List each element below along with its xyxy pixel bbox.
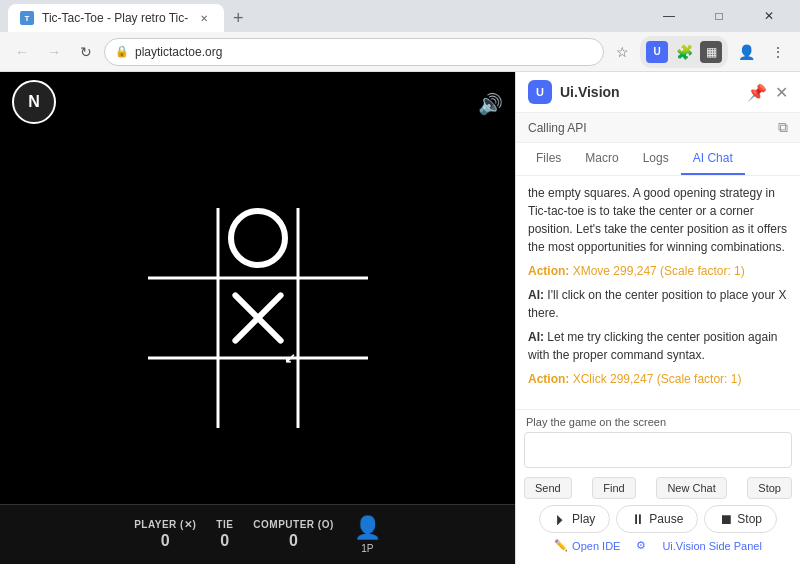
reload-button[interactable]: ↻ <box>72 38 100 66</box>
tab-bar: T Tic-Tac-Toe - Play retro Tic- ✕ + <box>8 0 252 32</box>
tie-label: TIE <box>216 519 233 530</box>
address-bar[interactable]: 🔒 playtictactoe.org <box>104 38 604 66</box>
open-ide-label: Open IDE <box>572 540 620 552</box>
cell-1-1[interactable]: ↙ <box>218 278 298 358</box>
ai-label-2: AI: <box>528 288 544 302</box>
ai-content-2: I'll click on the center position to pla… <box>528 288 786 320</box>
browser-frame: T Tic-Tac-Toe - Play retro Tic- ✕ + — □ … <box>0 0 800 564</box>
pause-label: Pause <box>649 512 683 526</box>
score-bar: PLAYER (✕) 0 TIE 0 COMPUTER (O) 0 👤 1P <box>0 504 515 564</box>
cell-o-top-center <box>228 208 288 268</box>
url-text: playtictactoe.org <box>135 45 593 59</box>
computer-label: COMPUTER (O) <box>253 519 333 530</box>
menu-icon[interactable]: ⋮ <box>764 38 792 66</box>
settings-link[interactable]: ⚙ <box>636 539 646 552</box>
calling-expand-icon[interactable]: ⧉ <box>778 119 788 136</box>
open-ide-link[interactable]: ✏️ Open IDE <box>554 539 620 552</box>
forward-button[interactable]: → <box>40 38 68 66</box>
tab-close-button[interactable]: ✕ <box>196 10 212 26</box>
pause-button[interactable]: ⏸ Pause <box>616 505 698 533</box>
computer-score-col: COMPUTER (O) 0 <box>253 519 333 550</box>
cell-0-0[interactable] <box>138 198 218 278</box>
stop-ctrl-button[interactable]: ⏹ Stop <box>704 505 777 533</box>
cell-2-2[interactable] <box>298 358 378 438</box>
action-content-4: XClick 299,247 (Scale factor: 1) <box>573 372 742 386</box>
player-score: 0 <box>161 532 170 550</box>
bottom-links: ✏️ Open IDE ⚙ Ui.Vision Side Panel <box>524 533 792 558</box>
input-area: Play the game on the screen Send Find Ne… <box>516 409 800 564</box>
stop-ctrl-icon: ⏹ <box>719 511 733 527</box>
input-label: Play the game on the screen <box>524 416 792 428</box>
game-top-bar: N 🔊 <box>0 72 515 132</box>
tab-macro[interactable]: Macro <box>573 143 630 175</box>
side-panel-label: Ui.Vision Side Panel <box>662 540 761 552</box>
panel-tabs: Files Macro Logs AI Chat <box>516 143 800 176</box>
maximize-button[interactable]: □ <box>696 2 742 30</box>
player-label: PLAYER (✕) <box>134 519 196 530</box>
ext-badge-icon[interactable]: ▦ <box>700 41 722 63</box>
chat-ai-3: AI: Let me try clicking the center posit… <box>528 328 788 364</box>
action-content-1: XMove 299,247 (Scale factor: 1) <box>573 264 745 278</box>
extension-group: U 🧩 ▦ <box>640 36 728 68</box>
control-buttons: ⏵ Play ⏸ Pause ⏹ Stop <box>524 505 792 533</box>
game-board[interactable]: ↙ <box>138 198 378 438</box>
pin-icon[interactable]: 📌 <box>747 83 767 102</box>
new-tab-button[interactable]: + <box>224 4 252 32</box>
tab-files[interactable]: Files <box>524 143 573 175</box>
side-panel: U Ui.Vision 📌 ✕ Calling API ⧉ Files Macr… <box>515 72 800 564</box>
cell-1-2[interactable] <box>298 278 378 358</box>
cell-0-2[interactable] <box>298 198 378 278</box>
back-button[interactable]: ← <box>8 38 36 66</box>
chat-action-4: Action: XClick 299,247 (Scale factor: 1) <box>528 370 788 388</box>
panel-title: Ui.Vision <box>560 84 739 100</box>
game-area: N 🔊 <box>0 72 515 564</box>
player-profile-col: 👤 1P <box>354 515 381 554</box>
ext-puzzle-icon[interactable]: 🧩 <box>670 38 698 66</box>
board-cells: ↙ <box>138 198 378 438</box>
chat-area: the empty squares. A good opening strate… <box>516 176 800 409</box>
computer-score: 0 <box>289 532 298 550</box>
chat-message-0: the empty squares. A good opening strate… <box>528 184 788 256</box>
find-button[interactable]: Find <box>592 477 635 499</box>
profile-icon[interactable]: 👤 <box>732 38 760 66</box>
player-1p-label: 1P <box>361 543 373 554</box>
title-bar: T Tic-Tac-Toe - Play retro Tic- ✕ + — □ … <box>0 0 800 32</box>
new-chat-button[interactable]: New Chat <box>656 477 726 499</box>
ai-content-3: Let me try clicking the center position … <box>528 330 777 362</box>
player-score-col: PLAYER (✕) 0 <box>134 519 196 550</box>
send-button[interactable]: Send <box>524 477 572 499</box>
tab-logs[interactable]: Logs <box>631 143 681 175</box>
toolbar-extensions: ☆ U 🧩 ▦ 👤 ⋮ <box>608 36 792 68</box>
stop-button[interactable]: Stop <box>747 477 792 499</box>
side-panel-link[interactable]: Ui.Vision Side Panel <box>662 540 761 552</box>
action-label-1: Action: <box>528 264 569 278</box>
cell-x-center <box>228 288 288 348</box>
cell-2-0[interactable] <box>138 358 218 438</box>
chat-ai-2: AI: I'll click on the center position to… <box>528 286 788 322</box>
calling-label: Calling API <box>528 121 587 135</box>
minimize-button[interactable]: — <box>646 2 692 30</box>
browser-tab[interactable]: T Tic-Tac-Toe - Play retro Tic- ✕ <box>8 4 224 32</box>
tab-title: Tic-Tac-Toe - Play retro Tic- <box>42 11 188 25</box>
ai-label-3: AI: <box>528 330 544 344</box>
volume-icon[interactable]: 🔊 <box>478 92 503 116</box>
action-label-4: Action: <box>528 372 569 386</box>
uivision-logo: U <box>528 80 552 104</box>
play-button[interactable]: ⏵ Play <box>539 505 610 533</box>
bookmark-icon[interactable]: ☆ <box>608 38 636 66</box>
cell-0-1[interactable] <box>218 198 298 278</box>
cell-2-1[interactable] <box>218 358 298 438</box>
open-ide-icon: ✏️ <box>554 539 568 552</box>
uivision-ext-icon[interactable]: U <box>646 41 668 63</box>
play-label: Play <box>572 512 595 526</box>
close-button[interactable]: ✕ <box>746 2 792 30</box>
tab-favicon: T <box>20 11 34 25</box>
input-action-buttons: Send Find New Chat Stop <box>524 477 792 499</box>
cell-1-0[interactable] <box>138 278 218 358</box>
main-content: N 🔊 <box>0 72 800 564</box>
chat-action-1: Action: XMove 299,247 (Scale factor: 1) <box>528 262 788 280</box>
panel-close-button[interactable]: ✕ <box>775 83 788 102</box>
chat-input[interactable] <box>524 432 792 468</box>
tab-ai-chat[interactable]: AI Chat <box>681 143 745 175</box>
board-container: ↙ <box>138 132 378 504</box>
